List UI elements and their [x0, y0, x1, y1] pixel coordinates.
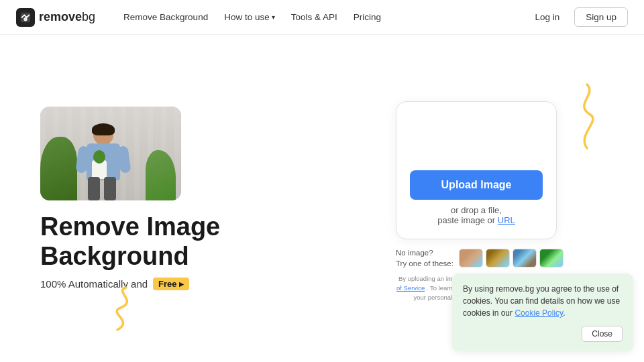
sample-image-4[interactable]	[539, 249, 564, 267]
left-section: Remove Image Background 100% Automatical…	[40, 107, 349, 290]
logo-icon	[16, 8, 35, 27]
nav-links: Remove Background How to use ▾ Tools & A…	[117, 8, 527, 26]
headline: Remove Image Background	[40, 213, 349, 271]
url-link[interactable]: URL	[498, 215, 515, 225]
nav-pricing[interactable]: Pricing	[347, 8, 388, 26]
logo[interactable]: removebg	[16, 8, 95, 27]
try-label: No image? Try one of these:	[396, 247, 453, 269]
upload-drop-area	[410, 121, 543, 161]
cookie-text: By using remove.bg you agree to the use …	[463, 283, 623, 319]
nav-how-to-use[interactable]: How to use ▾	[217, 8, 282, 26]
upload-card: Upload Image or drop a file, paste image…	[396, 101, 557, 239]
nav-tools-api[interactable]: Tools & API	[284, 8, 344, 26]
cookie-policy-link[interactable]: Cookie Policy	[515, 308, 563, 318]
squiggle-bottom-decoration	[107, 284, 144, 337]
subline: 100% Automatically and Free	[40, 278, 349, 290]
chevron-down-icon: ▾	[272, 13, 275, 21]
right-section: Upload Image or drop a file, paste image…	[349, 95, 604, 303]
sample-image-3[interactable]	[513, 249, 537, 267]
login-button[interactable]: Log in	[527, 8, 568, 26]
navbar: removebg Remove Background How to use ▾ …	[0, 0, 644, 35]
free-badge: Free	[153, 278, 189, 290]
cookie-close-button[interactable]: Close	[582, 326, 623, 342]
logo-text: removebg	[39, 10, 95, 24]
nav-remove-background[interactable]: Remove Background	[117, 8, 215, 26]
cookie-banner: By using remove.bg you agree to the use …	[452, 274, 633, 351]
try-section: No image? Try one of these:	[396, 247, 557, 269]
svg-point-1	[23, 17, 27, 21]
nav-actions: Log in Sign up	[527, 7, 628, 27]
signup-button[interactable]: Sign up	[574, 7, 628, 27]
sample-images	[459, 249, 564, 267]
upload-image-button[interactable]: Upload Image	[410, 170, 543, 200]
sample-image-2[interactable]	[486, 249, 510, 267]
person-shape	[77, 123, 129, 200]
hero-image	[40, 107, 181, 200]
cookie-close-area: Close	[463, 326, 623, 342]
drop-text: or drop a file, paste image or URL	[437, 205, 515, 225]
plant-left-decoration	[40, 137, 77, 200]
sample-image-1[interactable]	[459, 249, 483, 267]
